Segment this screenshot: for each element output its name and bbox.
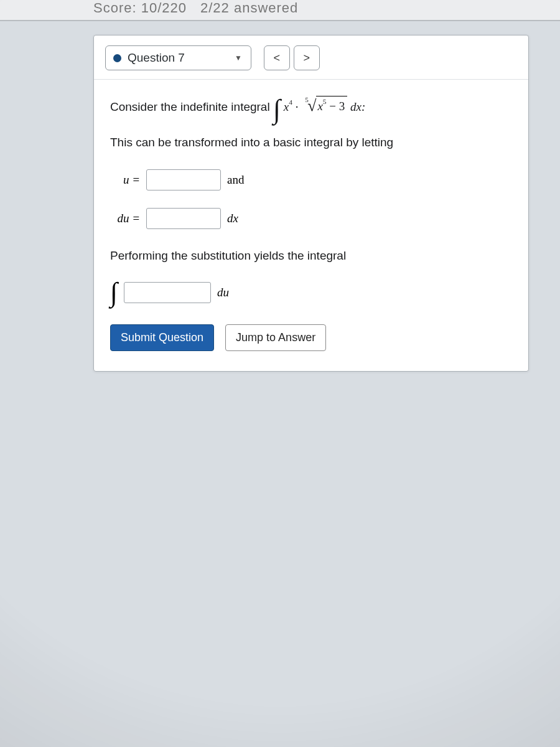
- integrand-input[interactable]: [124, 282, 211, 303]
- prompt-line-3: Performing the substitution yields the i…: [110, 247, 512, 265]
- result-integral-row: ∫ du: [110, 282, 512, 303]
- du-equation-row: du = dx: [110, 208, 512, 229]
- dot-icon: ·: [296, 100, 299, 113]
- question-label: Question 7: [128, 51, 185, 65]
- jump-to-answer-button[interactable]: Jump to Answer: [225, 324, 326, 351]
- radical-expression: 5 √ x5 − 3: [305, 96, 347, 116]
- question-card: Question 7 ▼ < > Consider the indefinite…: [93, 35, 529, 372]
- caret-down-icon: ▼: [235, 54, 242, 62]
- submit-question-button[interactable]: Submit Question: [110, 324, 214, 351]
- prompt-line-2: This can be transformed into a basic int…: [110, 133, 512, 151]
- score-text: Score: 10/220: [93, 0, 187, 16]
- next-question-button[interactable]: >: [294, 45, 320, 70]
- prompt-prefix: Consider the indefinite integral: [110, 100, 273, 113]
- dx-label: dx: [227, 212, 238, 225]
- radicand: x5 − 3: [316, 96, 347, 116]
- question-nav: < >: [264, 45, 320, 70]
- u-equation-row: u = and: [110, 169, 512, 190]
- question-body: Consider the indefinite integral ∫ x4 · …: [94, 80, 528, 371]
- du-label: du =: [110, 212, 140, 225]
- score-bar: Score: 10/220 2/22 answered: [0, 0, 560, 21]
- prompt-line-1: Consider the indefinite integral ∫ x4 · …: [110, 96, 512, 116]
- action-row: Submit Question Jump to Answer: [110, 324, 512, 351]
- prev-question-button[interactable]: <: [264, 45, 290, 70]
- u-label: u =: [110, 173, 140, 187]
- integral-expression: ∫ x4 · 5 √ x5 − 3 dx:: [273, 100, 365, 113]
- dx-tail: dx:: [350, 100, 365, 113]
- du-input[interactable]: [146, 208, 221, 229]
- root-degree: 5: [305, 95, 309, 105]
- integrand-x-exp: 4: [289, 98, 292, 106]
- question-header: Question 7 ▼ < >: [94, 35, 528, 80]
- du-tail: du: [217, 286, 229, 299]
- radicand-tail: − 3: [327, 100, 345, 113]
- radicand-x: x: [317, 100, 322, 113]
- integrand-x: x: [284, 100, 289, 113]
- status-dot-icon: [113, 54, 121, 62]
- u-input[interactable]: [146, 169, 221, 190]
- answered-text: 2/22 answered: [200, 0, 298, 16]
- question-selector[interactable]: Question 7 ▼: [105, 45, 251, 70]
- and-label: and: [227, 173, 244, 187]
